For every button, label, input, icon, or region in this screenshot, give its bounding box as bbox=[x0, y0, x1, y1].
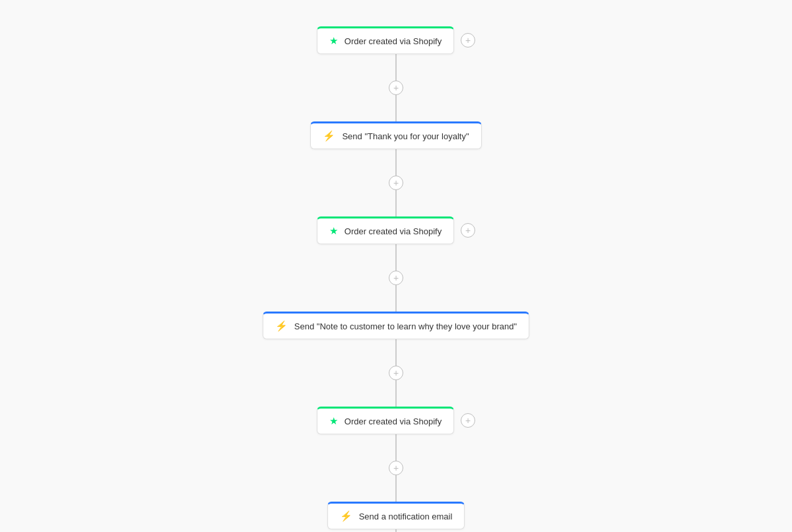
line-3a bbox=[395, 244, 397, 271]
star-icon-1: ★ bbox=[329, 35, 338, 47]
line-2b bbox=[395, 190, 397, 216]
line-1b bbox=[395, 95, 397, 121]
node-wrapper-2: ⚡ Send "Thank you for your loyalty" bbox=[310, 121, 481, 149]
node-label-1: Order created via Shopify bbox=[345, 36, 442, 46]
bolt-icon-2: ⚡ bbox=[275, 320, 288, 332]
action-node-3[interactable]: ⚡ Send a notification email bbox=[327, 502, 465, 529]
trigger-node-1[interactable]: ★ Order created via Shopify bbox=[317, 26, 454, 54]
connector-6: + bbox=[389, 529, 403, 532]
node-label-3: Order created via Shopify bbox=[345, 226, 442, 236]
connector-4: + bbox=[389, 339, 403, 407]
connector-2: + bbox=[389, 149, 403, 216]
node-wrapper-3: ★ Order created via Shopify + bbox=[317, 216, 475, 244]
star-icon-3: ★ bbox=[329, 415, 338, 427]
node-wrapper-6: ⚡ Send a notification email bbox=[327, 502, 465, 529]
mid-plus-5[interactable]: + bbox=[389, 461, 403, 475]
node-label-2: Send "Thank you for your loyalty" bbox=[342, 131, 469, 141]
flow-container: ★ Order created via Shopify + + ⚡ Send "… bbox=[263, 13, 529, 532]
node-label-5: Order created via Shopify bbox=[345, 416, 442, 426]
action-node-1[interactable]: ⚡ Send "Thank you for your loyalty" bbox=[310, 121, 481, 149]
connector-3: + bbox=[389, 244, 403, 312]
mid-plus-1[interactable]: + bbox=[389, 81, 403, 95]
bolt-icon-1: ⚡ bbox=[323, 130, 335, 142]
node-label-4: Send "Note to customer to learn why they… bbox=[294, 321, 517, 331]
mid-plus-3[interactable]: + bbox=[389, 271, 403, 285]
trigger-node-3[interactable]: ★ Order created via Shopify bbox=[317, 407, 454, 434]
node-wrapper-4: ⚡ Send "Note to customer to learn why th… bbox=[263, 312, 529, 339]
mid-plus-2[interactable]: + bbox=[389, 176, 403, 190]
line-5a bbox=[395, 434, 397, 461]
line-3b bbox=[395, 285, 397, 312]
line-4a bbox=[395, 339, 397, 366]
connector-5: + bbox=[389, 434, 403, 502]
workflow-canvas: ★ Order created via Shopify + + ⚡ Send "… bbox=[0, 0, 792, 532]
node-wrapper-5: ★ Order created via Shopify + bbox=[317, 407, 475, 434]
mid-plus-4[interactable]: + bbox=[389, 366, 403, 380]
connector-1: + bbox=[389, 54, 403, 121]
line-2a bbox=[395, 149, 397, 176]
side-plus-2[interactable]: + bbox=[461, 223, 475, 238]
line-1a bbox=[395, 54, 397, 81]
node-wrapper-1: ★ Order created via Shopify + bbox=[317, 26, 475, 54]
line-6a bbox=[395, 529, 397, 532]
node-label-6: Send a notification email bbox=[359, 512, 453, 521]
line-4b bbox=[395, 380, 397, 407]
side-plus-3[interactable]: + bbox=[461, 413, 475, 428]
trigger-node-2[interactable]: ★ Order created via Shopify bbox=[317, 216, 454, 244]
star-icon-2: ★ bbox=[329, 225, 338, 237]
bolt-icon-3: ⚡ bbox=[340, 510, 352, 522]
side-plus-1[interactable]: + bbox=[461, 33, 475, 48]
line-5b bbox=[395, 475, 397, 502]
action-node-2[interactable]: ⚡ Send "Note to customer to learn why th… bbox=[263, 312, 529, 339]
